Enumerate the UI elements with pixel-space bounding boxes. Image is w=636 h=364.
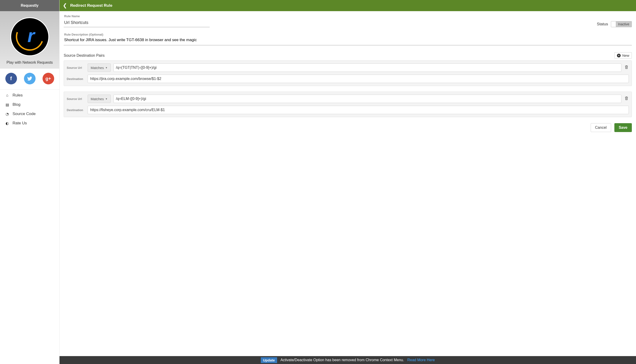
rule-name-input[interactable]: [64, 19, 210, 27]
source-url-label: Source Url: [67, 66, 85, 70]
source-url-input[interactable]: [114, 64, 621, 72]
delete-pair-button[interactable]: [624, 96, 629, 101]
footer-text: Activate/Deactivate Option has been remo…: [280, 358, 404, 362]
sidebar-item-rate-us[interactable]: ◐ Rate Us: [0, 118, 59, 128]
chrome-icon: ◐: [5, 121, 9, 126]
new-pair-button[interactable]: + New: [614, 52, 632, 58]
new-pair-label: New: [622, 54, 629, 58]
rule-name-label: Rule Name: [64, 14, 632, 18]
googleplus-button[interactable]: g+: [42, 73, 54, 84]
pair-box: Source Url Matches ▼ Destination: [64, 92, 632, 117]
sidebar-item-rules[interactable]: ⌂ Rules: [0, 91, 59, 100]
cancel-button[interactable]: Cancel: [591, 123, 611, 132]
sidebar-profile: r Play with Network Requests: [0, 11, 59, 68]
pair-box: Source Url Matches ▼ Destination: [64, 60, 632, 86]
sidebar-item-source-code[interactable]: ◔ Source Code: [0, 109, 59, 118]
trash-icon: [625, 96, 628, 100]
page-title: Redirect Request Rule: [70, 3, 112, 8]
pairs-title: Source Destination Pairs: [64, 54, 104, 58]
twitter-icon: [27, 76, 32, 81]
facebook-button[interactable]: f: [5, 73, 17, 84]
status-toggle[interactable]: Inactive: [611, 21, 632, 27]
tagline: Play with Network Requests: [6, 60, 53, 64]
matches-dropdown[interactable]: Matches ▼: [88, 64, 111, 72]
destination-label: Destination: [67, 108, 85, 112]
toggle-blank: [611, 22, 616, 27]
caret-down-icon: ▼: [105, 66, 108, 69]
update-badge: Update: [261, 357, 277, 363]
content: Rule Name Status Inactive Rule Descripti…: [60, 11, 636, 364]
source-url-label: Source Url: [67, 97, 85, 101]
facebook-icon: f: [10, 76, 12, 82]
sidebar-item-label: Rules: [12, 93, 22, 98]
github-icon: ◔: [5, 112, 9, 116]
sidebar-item-label: Blog: [12, 102, 20, 107]
trash-icon: [625, 65, 628, 69]
sidebar-nav: ⌂ Rules ▤ Blog ◔ Source Code ◐ Rate Us: [0, 90, 59, 129]
action-row: Cancel Save: [64, 123, 632, 132]
logo-letter-icon: r: [28, 25, 35, 46]
rule-desc-input[interactable]: [64, 36, 632, 45]
app-root: Requestly r Play with Network Requests f…: [0, 0, 636, 364]
source-url-input[interactable]: [114, 94, 621, 103]
delete-pair-button[interactable]: [624, 65, 629, 70]
main: ❮ Redirect Request Rule Rule Name Status…: [60, 0, 636, 364]
brand-title: Requestly: [0, 0, 59, 11]
sidebar: Requestly r Play with Network Requests f…: [0, 0, 60, 364]
avatar: r: [10, 17, 49, 56]
matches-dropdown[interactable]: Matches ▼: [88, 94, 111, 103]
destination-label: Destination: [67, 77, 85, 81]
footer-bar: Update Activate/Deactivate Option has be…: [60, 356, 636, 364]
status-label: Status: [597, 22, 608, 26]
matches-label: Matches: [91, 97, 104, 101]
save-button[interactable]: Save: [614, 123, 632, 132]
matches-label: Matches: [91, 66, 104, 70]
caret-down-icon: ▼: [105, 98, 108, 100]
destination-input[interactable]: [88, 74, 629, 83]
status-wrap: Status Inactive: [597, 21, 632, 27]
toggle-state: Inactive: [616, 22, 632, 27]
sidebar-item-label: Source Code: [12, 112, 36, 116]
twitter-button[interactable]: [24, 73, 36, 84]
googleplus-icon: g+: [46, 76, 51, 81]
social-row: f g+: [0, 68, 59, 90]
home-icon: ⌂: [5, 93, 9, 98]
destination-input[interactable]: [88, 106, 629, 114]
read-more-link[interactable]: Read More Here: [407, 358, 435, 362]
topbar: ❮ Redirect Request Rule: [60, 0, 636, 11]
back-button[interactable]: ❮: [63, 2, 67, 8]
sidebar-item-label: Rate Us: [12, 121, 27, 126]
sidebar-item-blog[interactable]: ▤ Blog: [0, 100, 59, 109]
rule-desc-label: Rule Description (Optional): [64, 33, 632, 36]
plus-circle-icon: +: [617, 54, 621, 58]
book-icon: ▤: [5, 102, 9, 107]
